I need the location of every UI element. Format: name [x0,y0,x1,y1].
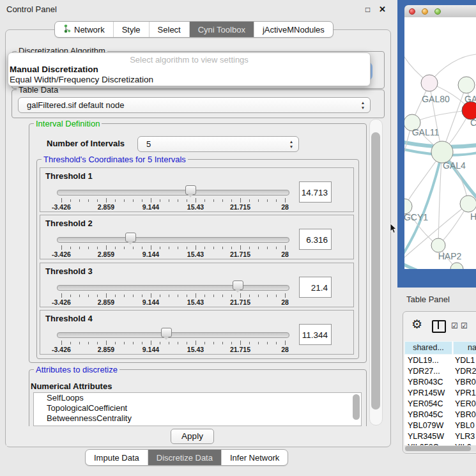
slider-tick-label: 15.43 [187,298,204,306]
slider-tick [258,295,259,297]
network-node[interactable] [450,263,463,269]
threshold-value-field[interactable]: 21.4 [299,277,332,298]
table-row-cell[interactable]: YLR3 [455,432,475,441]
threshold-slider-track[interactable] [57,237,289,243]
slider-tick [204,199,205,202]
dropdown-option-manual-discretization[interactable]: Manual Discretization [8,65,370,75]
network-node-h[interactable] [460,196,476,212]
column-layout-icon[interactable] [432,320,446,333]
close-icon[interactable]: ✕ [379,4,386,14]
slider-tick [160,199,160,202]
tab-discretize-data[interactable]: Discretize Data [148,450,221,465]
table-row-cell[interactable]: YLR345W [408,432,444,441]
slider-tick [258,199,259,202]
network-node-ga[interactable] [458,77,475,93]
attributes-listbox[interactable]: SelfLoopsTopologicalCoefficientBetweenne… [33,392,362,426]
float-window-icon[interactable]: □ [365,5,370,14]
table-row-cell[interactable]: YBR043C [408,378,443,387]
slider-tick [285,198,286,203]
table-row-cell[interactable]: YER0 [455,399,476,408]
slider-tick [231,199,232,202]
table-row-cell[interactable]: YDR27... [408,367,440,376]
slider-tick [142,295,142,297]
threshold-slider-thumb[interactable] [125,233,136,242]
slider-tick [70,199,71,202]
close-traffic-light-icon[interactable] [409,8,415,15]
threshold-slider-thumb[interactable] [161,328,172,337]
threshold-slider-thumb[interactable] [233,280,243,290]
table-row-cell[interactable]: YBR0 [455,410,476,419]
screen: Control Panel □ ✕ NetworkStyleSelectCyni… [0,0,476,476]
network-node-c[interactable] [462,102,476,119]
threshold-slider-thumb[interactable] [185,185,196,195]
attribute-item-betweennesscentrality[interactable]: BetweennessCentrality [34,413,361,424]
slider-tick [151,293,151,298]
table-row-cell[interactable]: YER054C [408,399,443,408]
threshold-slider-track[interactable] [57,332,289,338]
slider-tick [196,245,196,250]
tab-label: Infer Network [230,453,279,463]
slider-tick [142,247,142,249]
threshold-value-field[interactable]: 11.344 [299,324,332,345]
checkbox-checked-icon[interactable]: ☑ [451,321,458,330]
tab-cyni-toolbox[interactable]: Cyni Toolbox [189,22,254,37]
slider-tick-label: 9.144 [142,298,159,306]
network-node-gal4[interactable] [431,141,453,163]
table-hscrollbar-thumb[interactable] [405,446,471,451]
slider-tick [70,295,71,297]
top-tab-bar: NetworkStyleSelectCyni ToolboxjActiveMNo… [54,21,334,38]
slider-tick-label: 2.859 [98,298,114,306]
slider-tick [187,199,187,202]
table-data-combobox[interactable]: galFiltered.sif default node ▲▼ [18,97,371,113]
gear-icon[interactable]: ⚙ [411,317,422,332]
slider-tick [97,199,98,202]
table-row-cell[interactable]: YDL1 [455,356,475,365]
number-of-intervals-combobox[interactable]: 5 ▲▼ [137,136,299,152]
table-row-cell[interactable]: YPR1 [455,388,476,397]
table-row-cell[interactable]: YPR145W [408,388,445,397]
threshold-slider-track[interactable] [57,190,289,196]
network-node-gal80[interactable] [421,75,438,91]
threshold-label: Threshold 3 [45,266,93,276]
table-row-cell[interactable]: YDR2 [455,367,476,376]
minimize-traffic-light-icon[interactable] [422,8,428,15]
network-node-hap2[interactable] [431,238,445,252]
slider-tick [151,341,151,345]
tab-style[interactable]: Style [113,22,149,37]
tab-select[interactable]: Select [149,22,189,37]
table-row-cell[interactable]: YDL19... [408,356,439,365]
zoom-traffic-light-icon[interactable] [434,8,441,15]
tab-impute-data[interactable]: Impute Data [86,450,148,465]
number-of-intervals-value: 5 [146,139,151,149]
network-view-canvas[interactable]: GAL80GACGAL11GAL4GCY1HHAP2 [404,17,476,269]
slider-tick-label: -3.426 [52,250,71,258]
panel-scrollbar-thumb[interactable] [371,132,380,410]
threshold-value-field[interactable]: 6.316 [299,229,332,250]
threshold-label: Threshold 1 [45,171,93,181]
table-row-cell[interactable]: YBR045C [408,410,443,419]
slider-tick [267,295,268,297]
attribute-item-topologicalcoefficient[interactable]: TopologicalCoefficient [34,403,361,413]
threshold-slider-track[interactable] [57,285,289,291]
checkbox-checked-icon[interactable]: ☑ [461,321,468,330]
dropdown-option-equal-width-frequency-discretization[interactable]: Equal Width/Frequency Discretization [8,75,370,85]
table-row-cell[interactable]: YBL0 [455,421,475,430]
table-row-cell[interactable]: YBL079W [408,421,443,430]
table-column-header[interactable]: na [453,341,476,355]
apply-button[interactable]: Apply [171,429,214,444]
threshold-4-panel: Threshold 4-3.4262.8599.14415.4321.71528… [40,310,354,355]
tab-infer-network[interactable]: Infer Network [221,450,288,465]
attributes-group-title: Attributes to discretize [34,365,119,374]
tab-jactivemnodules[interactable]: jActiveMNodules [254,22,333,37]
slider-tick [249,199,250,202]
threshold-value-field[interactable]: 14.713 [299,181,332,203]
network-window-titlebar[interactable] [404,5,476,18]
tab-network[interactable]: Network [55,22,113,37]
slider-tick [79,247,80,249]
attribute-item-selfloops[interactable]: SelfLoops [34,393,361,403]
table-row-cell[interactable]: YBR0 [455,378,476,387]
slider-tick [258,342,259,344]
table-column-header[interactable]: shared... [404,341,452,355]
listbox-scrollbar[interactable] [353,394,360,420]
slider-tick [106,341,107,345]
